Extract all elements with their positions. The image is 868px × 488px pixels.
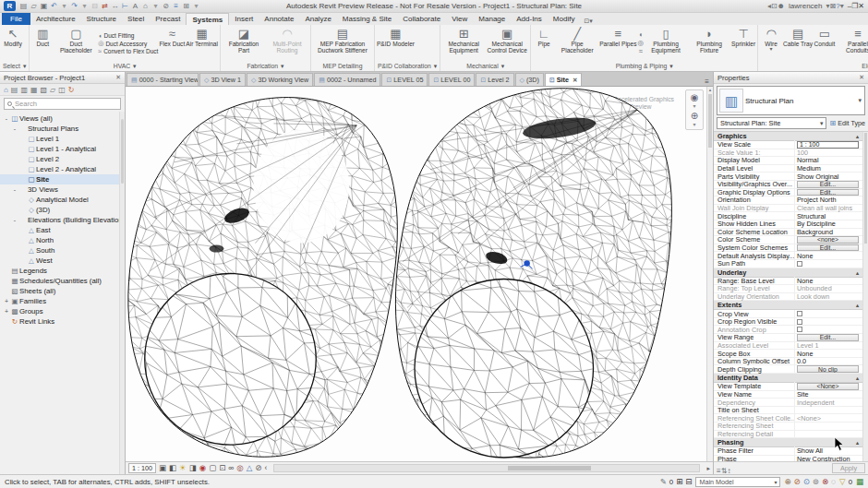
tree-expand-icon[interactable]: +: [3, 298, 10, 304]
view-tab-3d-working-view[interactable]: ◇3D Working View: [247, 73, 313, 86]
tree-item-level-1[interactable]: ▢Level 1: [0, 134, 125, 144]
canvas-horizontal-scrollbar[interactable]: [273, 464, 700, 472]
ribbon-button-convert-to-flex-duct[interactable]: ≈Convert to Flex Duct: [98, 48, 158, 54]
canvas-vertical-scrollbar[interactable]: ▴: [706, 87, 713, 461]
tree-item-structural-plans[interactable]: -Structural Plans: [0, 124, 125, 134]
design-options-icon[interactable]: ⊟: [685, 477, 692, 486]
ribbon-button-air-terminal[interactable]: ▦Air Terminal: [186, 26, 218, 61]
tree-item-analytical-model[interactable]: ◇Analytical Model: [0, 195, 125, 205]
tree-item-sheets-all[interactable]: ▧Sheets (all): [0, 286, 125, 296]
tab-steel[interactable]: Steel: [122, 13, 150, 25]
worksets-icon[interactable]: ✎: [660, 477, 667, 486]
project-browser-close-icon[interactable]: ✕: [115, 74, 121, 81]
worksets-dialog-icon[interactable]: ⊞: [676, 477, 682, 486]
revit-app-logo-icon[interactable]: R: [4, 1, 16, 11]
section-collapse-icon[interactable]: ▴: [856, 439, 859, 446]
design-options-select[interactable]: Main Model▾: [695, 477, 780, 487]
text-icon[interactable]: A: [130, 1, 140, 12]
undo-icon[interactable]: ↶: [49, 1, 59, 12]
section-icon[interactable]: ⊘: [161, 1, 171, 12]
property-button[interactable]: Edit...: [797, 334, 859, 341]
ribbon-button-parallel-pipes[interactable]: ≡Parallel Pipes: [599, 26, 636, 61]
ribbon-button-duct[interactable]: ▥Duct: [31, 26, 54, 61]
property-value[interactable]: No clip: [795, 365, 862, 373]
tab-collaborate[interactable]: Collaborate: [397, 13, 446, 25]
browser-families-icon[interactable]: ▧: [41, 86, 48, 94]
ribbon-button-parallel-conduits[interactable]: ≡Parallel Conduits: [837, 26, 868, 61]
tab-manage[interactable]: Manage: [473, 13, 511, 25]
tree-item-south[interactable]: △South: [0, 245, 125, 256]
measure-icon[interactable]: ↔: [110, 1, 120, 12]
3d-view-caret[interactable]: ▾: [151, 1, 161, 12]
ribbon-button-modify[interactable]: ↖Modify: [2, 26, 24, 61]
thin-lines-icon[interactable]: ≡: [171, 1, 181, 12]
browser-schedules-icon[interactable]: ▦: [30, 86, 38, 94]
print-icon[interactable]: ⊟: [90, 1, 100, 12]
tab-structure[interactable]: Structure: [81, 13, 122, 25]
section-collapse-icon[interactable]: ▴: [856, 302, 859, 308]
flex-pipe-icon[interactable]: ≈: [638, 48, 645, 55]
instance-selector[interactable]: Structural Plan: Site ▾: [717, 117, 826, 129]
tree-expand-icon[interactable]: -: [3, 115, 10, 122]
view-tab-3d-view-1[interactable]: ◇3D View 1: [199, 73, 246, 86]
vcb-collapse-icon[interactable]: ‹: [264, 463, 267, 473]
property-value[interactable]: Edit...: [795, 334, 862, 341]
user-interface-icon[interactable]: ⊞: [181, 1, 191, 12]
new-icon[interactable]: ▤: [18, 1, 29, 12]
property-checkbox[interactable]: [797, 319, 802, 325]
tree-item-groups[interactable]: +▩Groups: [0, 306, 125, 316]
apply-button[interactable]: Apply: [832, 463, 865, 473]
properties-close-icon[interactable]: ✕: [859, 74, 864, 81]
selection-filter[interactable]: ▽ 0: [839, 477, 852, 486]
ribbon-button-duct-accessory[interactable]: ◎Duct Accessory: [98, 40, 158, 47]
shadows-icon[interactable]: ◨: [189, 463, 197, 473]
property-value[interactable]: Edit...: [795, 181, 862, 188]
tree-item-families[interactable]: +▣Families: [0, 296, 125, 306]
crop-view-icon[interactable]: ▢: [209, 463, 216, 473]
exclude-pinned-icon[interactable]: ⊚: [813, 477, 819, 486]
tab-file[interactable]: File: [2, 13, 30, 25]
project-browser-header[interactable]: Project Browser - Project1 ✕: [0, 72, 125, 84]
scroll-right-arrow-icon[interactable]: ▸: [706, 465, 710, 472]
ribbon-button-sprinkler[interactable]: ⊤Sprinkler: [731, 26, 755, 61]
property-button[interactable]: <None>: [797, 383, 859, 390]
ribbon-button-cable-tray[interactable]: ▤Cable Tray: [783, 26, 813, 61]
type-selector-caret-icon[interactable]: ▾: [858, 97, 864, 104]
tree-expand-icon[interactable]: -: [11, 125, 18, 132]
property-value[interactable]: Show Original: [795, 173, 862, 181]
property-button[interactable]: Edit...: [797, 189, 859, 196]
pipe-fitting-icon[interactable]: ◖: [638, 31, 645, 39]
tab-insert[interactable]: Insert: [229, 13, 259, 25]
constraints-icon[interactable]: ⊗: [822, 477, 828, 486]
browser-scrollbar[interactable]: [119, 112, 125, 474]
property-value[interactable]: [795, 319, 862, 325]
temporary-hide-isolate-icon[interactable]: ∞: [228, 463, 234, 473]
signed-in-user[interactable]: lawrenceh: [789, 2, 822, 10]
browser-home-icon[interactable]: ⌂: [4, 86, 8, 94]
properties-header[interactable]: Properties ✕: [714, 72, 868, 84]
tree-item-level-1-analytical[interactable]: ▢Level 1 - Analytical: [0, 144, 125, 154]
open-icon[interactable]: ▱: [29, 1, 39, 12]
property-button[interactable]: Edit...: [797, 181, 859, 188]
exclude-options-icon[interactable]: ⊕: [784, 477, 790, 486]
edit-type-button[interactable]: ⊞ Edit Type: [829, 119, 865, 127]
ribbon-button-fabrication-part[interactable]: ◪Fabrication Part: [223, 26, 265, 61]
tree-item-schedules-quantities-all[interactable]: ▦Schedules/Quantities (all): [0, 276, 125, 286]
panel-launcher-icon[interactable]: ▾: [669, 63, 672, 70]
browser-filter-icon[interactable]: ◫: [58, 86, 66, 94]
default-3d-view-icon[interactable]: ⌂: [140, 1, 151, 12]
property-value[interactable]: Edit...: [795, 189, 862, 196]
panel-menu-caret-icon[interactable]: ▾: [23, 63, 26, 70]
aligned-dimension-icon[interactable]: ⊢: [120, 1, 130, 12]
property-value[interactable]: None: [795, 252, 862, 260]
undo-caret[interactable]: ▾: [59, 1, 69, 12]
browser-views-icon[interactable]: ▤: [11, 86, 18, 94]
tab-options-caret-icon[interactable]: ⊡▾: [580, 18, 596, 25]
tree-expand-icon[interactable]: +: [3, 308, 10, 315]
ribbon-button-plumbing-equipment[interactable]: ▯Plumbing Equipment: [645, 26, 687, 61]
browser-groups-icon[interactable]: ▱: [50, 86, 55, 94]
tab-analyze[interactable]: Analyze: [299, 13, 336, 25]
transfer-icon[interactable]: ⇄: [100, 1, 110, 12]
property-value[interactable]: New Construction: [795, 455, 862, 461]
tab-modify[interactable]: Modify: [548, 13, 581, 25]
